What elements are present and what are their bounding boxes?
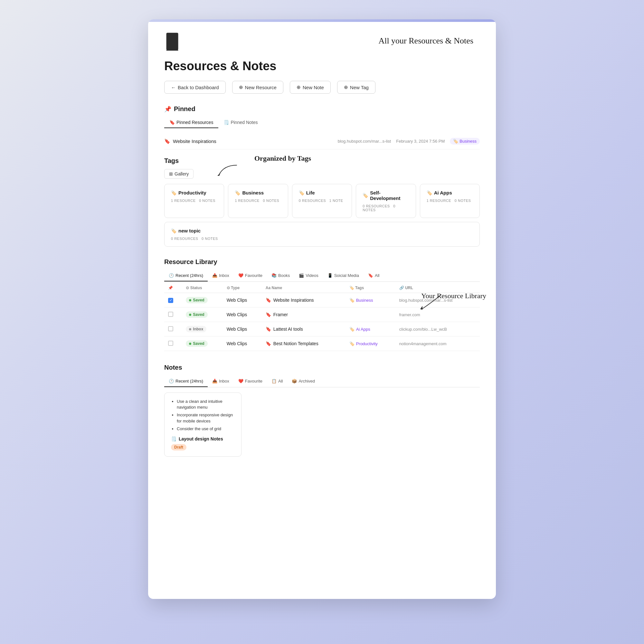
cell-checkbox[interactable] — [164, 308, 182, 322]
tab-notes-archived[interactable]: 📦 Archived — [287, 376, 319, 387]
notes-tab-icon: 🗒️ — [223, 120, 229, 125]
plus-icon: ⊕ — [344, 84, 348, 90]
resource-library-title: Resource Library — [164, 258, 217, 266]
table-row: Inbox Web Clips 🔖 Lattest AI tools — [164, 322, 480, 336]
tab-notes-favourite[interactable]: ❤️ Favourite — [234, 376, 267, 387]
new-resource-button[interactable]: ⊕ New Resource — [232, 81, 283, 94]
layout-icon: 🗒️ — [171, 436, 176, 441]
cell-tag: 🏷️ Productivity — [346, 336, 395, 351]
cell-tag — [346, 308, 395, 322]
cell-name: 🔖 Website Inspirations — [262, 293, 346, 308]
new-tag-button[interactable]: ⊕ New Tag — [337, 81, 375, 94]
resources-count: 1 RESOURCE 0 NOTES — [171, 199, 215, 203]
gallery-tab[interactable]: ⊞ Gallery — [164, 169, 194, 179]
new-note-button[interactable]: ⊕ New Note — [290, 81, 331, 94]
tab-all-label: All — [375, 273, 379, 278]
tab-videos[interactable]: 🎬 Videos — [294, 270, 323, 281]
row-checkbox[interactable] — [168, 312, 173, 317]
status-dot — [189, 328, 191, 330]
row-checkbox[interactable] — [168, 326, 173, 331]
all-icon: 📋 — [271, 379, 277, 384]
inbox-icon: 📥 — [212, 273, 217, 278]
action-bar: ← Back to Dashboard ⊕ New Resource ⊕ New… — [164, 81, 480, 94]
cell-type: Web Clips — [223, 322, 262, 336]
cell-tag: 🏷️ Ai Apps — [346, 322, 395, 336]
tag-card-business[interactable]: 🏷️ Business 1 RESOURCE 0 NOTES — [228, 184, 288, 218]
video-icon: 🎬 — [299, 273, 304, 278]
tag-card-life[interactable]: 🏷️ Life 0 RESOURCES 1 NOTE — [292, 184, 352, 218]
col-pin: 📌 — [164, 282, 182, 293]
svg-marker-3 — [420, 306, 422, 310]
pinned-notes-label: Pinned Notes — [231, 120, 258, 125]
tab-favourite[interactable]: ❤️ Favourite — [234, 270, 267, 281]
tag-card-meta: 0 RESOURCES 0 NOTES — [363, 204, 409, 212]
cell-checkbox[interactable] — [164, 336, 182, 351]
tag-icon: 🏷️ — [171, 190, 176, 195]
pinned-item-date: February 3, 2024 7:56 PM — [396, 139, 445, 144]
cell-status: Saved — [182, 293, 223, 308]
back-to-dashboard-button[interactable]: ← Back to Dashboard — [164, 81, 226, 94]
tag-card-meta: 1 RESOURCE 0 NOTES — [427, 199, 473, 203]
status-badge-saved: Saved — [186, 340, 207, 347]
new-resource-label: New Resource — [245, 85, 277, 90]
tag-card-self-development[interactable]: 🏷️ Self-Development 0 RESOURCES 0 NOTES — [356, 184, 416, 218]
status-text: Inbox — [193, 327, 203, 331]
status-dot — [189, 299, 191, 301]
resources-count: 0 RESOURCES 0 NOTES — [171, 237, 218, 241]
tag-card-new-topic[interactable]: 🏷️ new topic 0 RESOURCES 0 NOTES — [164, 222, 480, 247]
tab-pinned-notes[interactable]: 🗒️ Pinned Notes — [218, 117, 263, 128]
tab-all[interactable]: 🔖 All — [364, 270, 384, 281]
cell-type: Web Clips — [223, 308, 262, 322]
tags-arrow — [214, 164, 240, 180]
status-dot — [189, 314, 191, 316]
cell-name: 🔖 Framer — [262, 308, 346, 322]
plus-icon: ⊕ — [297, 84, 301, 90]
tab-notes-all[interactable]: 📋 All — [267, 376, 287, 387]
row-checkbox[interactable]: ✓ — [168, 298, 173, 303]
inbox-icon: 📥 — [212, 379, 217, 384]
tag-card-title: 🏷️ Business — [235, 190, 281, 195]
tab-social-media[interactable]: 📱 Soicial Media — [323, 270, 364, 281]
new-note-label: New Note — [303, 85, 324, 90]
tag-name: Self-Development — [370, 190, 409, 201]
tab-inbox-label: Inbox — [219, 273, 229, 278]
tab-notes-inbox[interactable]: 📥 Inbox — [208, 376, 234, 387]
notes-inbox-label: Inbox — [219, 379, 229, 384]
tab-inbox[interactable]: 📥 Inbox — [208, 270, 234, 281]
pinned-item-name: 🔖 Website Inspirations — [164, 138, 334, 144]
list-item: Incorporate responsive design for mobile… — [177, 412, 235, 424]
col-status: ⊙ Status — [182, 282, 223, 293]
tag-card-ai-apps[interactable]: 🏷️ Ai Apps 1 RESOURCE 0 NOTES — [420, 184, 480, 218]
notes-recent-label: Recent (24hrs) — [175, 379, 203, 384]
row-name-text: Best Notion Templates — [273, 341, 318, 346]
library-tabs: 🕐 Recent (24hrs) 📥 Inbox ❤️ Favourite 📚 … — [164, 270, 480, 282]
cell-url: clickup.com/blo...Lw_wcB — [395, 322, 480, 336]
cell-checkbox[interactable] — [164, 322, 182, 336]
tab-notes-recent[interactable]: 🕐 Recent (24hrs) — [164, 376, 208, 387]
svg-marker-2 — [217, 173, 221, 176]
row-checkbox[interactable] — [168, 341, 173, 346]
row-name-text: Lattest AI tools — [273, 327, 303, 332]
col-tags: 🏷️ Tags — [346, 282, 395, 293]
row-bookmark-icon: 🔖 — [266, 312, 271, 317]
tag-icon: 🏷️ — [453, 139, 458, 144]
all-icon: 🔖 — [368, 273, 373, 278]
tag-card-productivity[interactable]: 🏷️ Productivity 1 RESOURCE 0 NOTES — [164, 184, 224, 218]
resources-count: 1 RESOURCE 0 NOTES — [427, 199, 471, 203]
tag-text: Business — [356, 298, 373, 303]
row-bookmark-icon: 🔖 — [266, 327, 271, 332]
tag-card-title: 🏷️ Ai Apps — [427, 190, 473, 195]
tag-name: Business — [242, 190, 264, 195]
tab-recent-24hrs[interactable]: 🕐 Recent (24hrs) — [164, 270, 208, 281]
pinned-header: 📌 Pinned — [164, 105, 480, 113]
tab-books[interactable]: 📚 Books — [267, 270, 294, 281]
pinned-item-tag-label: Business — [459, 139, 477, 144]
note-list: Use a clean and intuitive navigation men… — [171, 399, 235, 432]
top-gradient — [148, 19, 496, 22]
table-row: Saved Web Clips 🔖 Best Notion Templates — [164, 336, 480, 351]
tag-card-title: 🏷️ new topic — [171, 228, 473, 233]
cell-name: 🔖 Lattest AI tools — [262, 322, 346, 336]
cell-checkbox[interactable]: ✓ — [164, 293, 182, 308]
tab-pinned-resources[interactable]: 🔖 Pinned Resources — [164, 117, 218, 128]
row-name-text: Framer — [273, 312, 288, 317]
